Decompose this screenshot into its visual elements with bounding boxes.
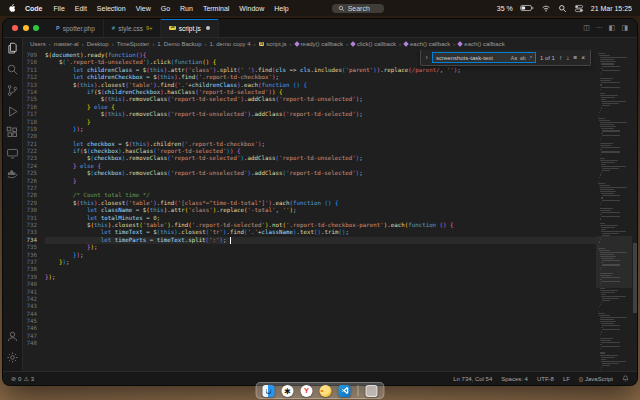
- menu-selection[interactable]: Selection: [92, 5, 131, 12]
- account-icon[interactable]: [6, 330, 19, 343]
- breadcrumb-item[interactable]: ready() callback: [295, 41, 343, 47]
- code-line[interactable]: if($(checkbox).hasClass('report-td-selec…: [45, 148, 596, 155]
- code-line[interactable]: [45, 133, 596, 140]
- problems-indicator[interactable]: ⊘ 0 ⚠ 3: [11, 375, 34, 382]
- menu-go[interactable]: Go: [156, 5, 175, 12]
- code-line[interactable]: let childrenClass = $(this).attr('class'…: [45, 67, 596, 74]
- dock-cyberduck-icon[interactable]: [320, 385, 332, 397]
- code-line[interactable]: $(this).closest('table').find('[class*="…: [45, 200, 596, 207]
- source-control-icon[interactable]: [6, 84, 19, 97]
- tab-spotter.php[interactable]: Pspotter.php: [48, 19, 104, 37]
- code-line[interactable]: $(this).removeClass('report-td-unselecte…: [45, 111, 596, 118]
- code-line[interactable]: $(checkbox).removeClass('report-td-unsel…: [45, 170, 596, 177]
- scrollbar[interactable]: [632, 50, 637, 371]
- dock-vscode-icon[interactable]: [339, 385, 351, 397]
- menu-help[interactable]: Help: [269, 5, 293, 12]
- code-line[interactable]: [45, 266, 596, 273]
- code-line[interactable]: let timeParts = timeText.split(':');: [45, 237, 596, 244]
- cursor-position[interactable]: Ln 734, Col 54: [453, 376, 492, 382]
- encoding-setting[interactable]: UTF-8: [537, 376, 554, 382]
- modified-indicator[interactable]: [206, 26, 210, 30]
- breadcrumb-item[interactable]: click() callback: [351, 41, 396, 47]
- layout-sidebar-icon[interactable]: ◧: [609, 24, 616, 32]
- code-line[interactable]: });: [45, 244, 596, 251]
- split-editor-icon[interactable]: ◫: [583, 24, 590, 32]
- minimap[interactable]: [596, 50, 632, 371]
- code-line[interactable]: });: [45, 259, 596, 266]
- menu-run[interactable]: Run: [175, 5, 198, 12]
- code-line[interactable]: $(this).closest('table').find('.report-t…: [45, 222, 596, 229]
- breadcrumb-item[interactable]: master-al: [54, 41, 79, 47]
- code-line[interactable]: [45, 333, 596, 340]
- breadcrumb-item[interactable]: TimeSpotter: [117, 41, 149, 47]
- docker-icon[interactable]: [6, 168, 19, 181]
- match-case-icon[interactable]: Aa: [511, 55, 517, 61]
- code-line[interactable]: [45, 311, 596, 318]
- wifi-icon[interactable]: [541, 4, 551, 13]
- dock-trash-icon[interactable]: [366, 385, 378, 397]
- toggle-replace-icon[interactable]: ›: [426, 54, 428, 61]
- regex-icon[interactable]: .*: [529, 55, 532, 61]
- run-debug-icon[interactable]: [6, 105, 19, 118]
- breadcrumb-item[interactable]: 1. Demo Backup: [157, 41, 201, 47]
- settings-icon[interactable]: [6, 351, 19, 364]
- find-next-icon[interactable]: ↓: [566, 54, 569, 61]
- dock-yandex-icon[interactable]: Y: [301, 385, 313, 397]
- code-line[interactable]: $(checkbox).removeClass('report-td-selec…: [45, 155, 596, 162]
- find-input[interactable]: screenshots-task-text Aa ab .*: [432, 52, 536, 63]
- find-previous-icon[interactable]: ↑: [559, 54, 562, 61]
- code-line[interactable]: } else {: [45, 163, 596, 170]
- code-line[interactable]: [45, 303, 596, 310]
- indentation-setting[interactable]: Spaces: 4: [501, 376, 528, 382]
- control-center-icon[interactable]: [574, 4, 584, 13]
- menu-file[interactable]: File: [49, 5, 70, 12]
- code-line[interactable]: });: [45, 274, 596, 281]
- breadcrumb-item[interactable]: JSscript.js: [259, 41, 287, 47]
- battery-icon[interactable]: [520, 4, 534, 12]
- code-line[interactable]: [45, 281, 596, 288]
- code-line[interactable]: [45, 289, 596, 296]
- menubar-search[interactable]: Search: [332, 4, 384, 13]
- spotlight-icon[interactable]: [558, 4, 567, 13]
- close-find-icon[interactable]: ×: [581, 54, 585, 61]
- apple-menu-icon[interactable]: [8, 3, 17, 13]
- code-line[interactable]: [45, 296, 596, 303]
- code-line[interactable]: let totalMinutes = 0;: [45, 215, 596, 222]
- code-line[interactable]: /* Count total time */: [45, 192, 596, 199]
- breadcrumb-item[interactable]: Desktop: [87, 41, 109, 47]
- explorer-icon[interactable]: [6, 42, 19, 55]
- menubar-clock[interactable]: 21 Mar 15:25: [591, 5, 632, 12]
- dock-finder-icon[interactable]: [263, 385, 275, 397]
- minimap-viewport[interactable]: [596, 236, 632, 287]
- more-actions-icon[interactable]: ⋯: [596, 24, 603, 32]
- scrollbar-thumb[interactable]: [633, 243, 637, 314]
- find-in-selection-icon[interactable]: ≡: [573, 54, 577, 61]
- editor[interactable]: 7097107117127137147157167177187197207217…: [23, 50, 637, 371]
- dock-chatgpt-icon[interactable]: ∗: [282, 385, 294, 397]
- code-line[interactable]: [45, 185, 596, 192]
- menu-terminal[interactable]: Terminal: [198, 5, 234, 12]
- menu-window[interactable]: Window: [234, 5, 269, 12]
- breadcrumb-item[interactable]: 1. demo copy 4: [210, 41, 251, 47]
- code-line[interactable]: [45, 340, 596, 347]
- app-menu[interactable]: Code: [19, 5, 49, 12]
- search-icon[interactable]: [6, 63, 19, 76]
- code-line[interactable]: [45, 318, 596, 325]
- zoom-window-button[interactable]: [33, 25, 39, 31]
- code-line[interactable]: });: [45, 126, 596, 133]
- title-bar[interactable]: Pspotter.php#style.css9+JSscript.js ◫ ⋯ …: [3, 19, 637, 38]
- code-line[interactable]: if($(childrenCheckbox).hasClass('report-…: [45, 89, 596, 96]
- notifications-bell-icon[interactable]: [622, 375, 629, 382]
- code-line[interactable]: let timeText = $(this).closest('tr').fin…: [45, 229, 596, 236]
- code-line[interactable]: [45, 325, 596, 332]
- tab-script.js[interactable]: JSscript.js: [161, 19, 218, 37]
- code-lines[interactable]: $(document).ready(function(){ $('.report…: [41, 50, 596, 371]
- code-line[interactable]: let checkbox = $(this).children('.report…: [45, 141, 596, 148]
- breadcrumb-item[interactable]: each() callback: [404, 41, 450, 47]
- remote-icon[interactable]: [6, 147, 19, 160]
- tab-style.css[interactable]: #style.css9+: [104, 19, 162, 37]
- code-line[interactable]: let childrenCheckbox = $(this).find('.re…: [45, 74, 596, 81]
- breadcrumb-item[interactable]: each() callback: [458, 41, 504, 47]
- menu-edit[interactable]: Edit: [70, 5, 92, 12]
- language-mode[interactable]: {} JavaScript: [579, 376, 613, 382]
